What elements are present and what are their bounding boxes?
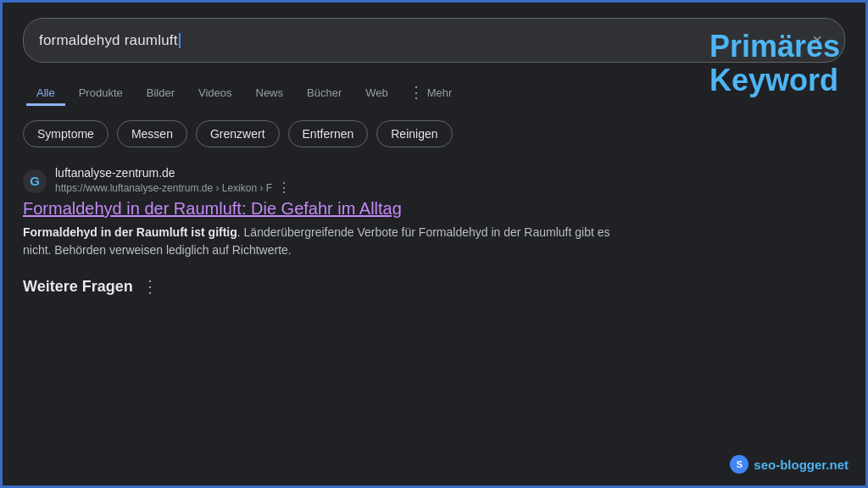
result-url: https://www.luftanalyse-zentrum.de › Lex… (55, 180, 291, 196)
tab-news[interactable]: News (246, 80, 294, 106)
weitere-fragen-section: Weitere Fragen ⋮ (23, 276, 845, 297)
main-container: formaldehyd raumluft × Primäres Keyword … (3, 3, 865, 485)
suggestion-chips: Symptome Messen Grenzwert Entfernen Rein… (23, 120, 845, 147)
brand-text: seo-blogger.net (754, 458, 849, 472)
more-dots-icon: ⋮ (409, 83, 425, 102)
chip-reinigen[interactable]: Reinigen (376, 120, 452, 147)
result-domain-block: luftanalyse-zentrum.de https://www.lufta… (55, 166, 291, 196)
footer-brand: S seo-blogger.net (730, 455, 849, 474)
search-result: G luftanalyse-zentrum.de https://www.luf… (23, 166, 845, 259)
weitere-fragen-label: Weitere Fragen (23, 278, 133, 296)
tab-web[interactable]: Web (355, 80, 398, 106)
tab-buecher[interactable]: Bücher (297, 80, 352, 106)
search-query-text: formaldehyd raumluft (39, 32, 805, 49)
result-snippet: Formaldehyd in der Raumluft ist giftig. … (23, 224, 616, 259)
result-source-row: G luftanalyse-zentrum.de https://www.luf… (23, 166, 845, 196)
result-domain: luftanalyse-zentrum.de (55, 166, 291, 180)
tab-produkte[interactable]: Produkte (69, 80, 133, 106)
chip-symptome[interactable]: Symptome (23, 120, 108, 147)
result-options-icon[interactable]: ⋮ (277, 180, 291, 196)
more-label: Mehr (427, 86, 453, 99)
chip-grenzwert[interactable]: Grenzwert (196, 120, 280, 147)
tab-bilder[interactable]: Bilder (136, 80, 185, 106)
weitere-fragen-options-icon[interactable]: ⋮ (142, 276, 159, 297)
result-favicon: G (23, 169, 47, 193)
chip-entfernen[interactable]: Entfernen (288, 120, 369, 147)
more-menu[interactable]: ⋮ Mehr (402, 76, 459, 108)
chip-messen[interactable]: Messen (117, 120, 187, 147)
tab-alle[interactable]: Alle (26, 80, 65, 106)
result-title[interactable]: Formaldehyd in der Raumluft: Die Gefahr … (23, 199, 845, 219)
brand-icon: S (730, 455, 748, 474)
tab-videos[interactable]: Videos (188, 80, 242, 106)
annotation-label: Primäres Keyword (709, 30, 840, 97)
